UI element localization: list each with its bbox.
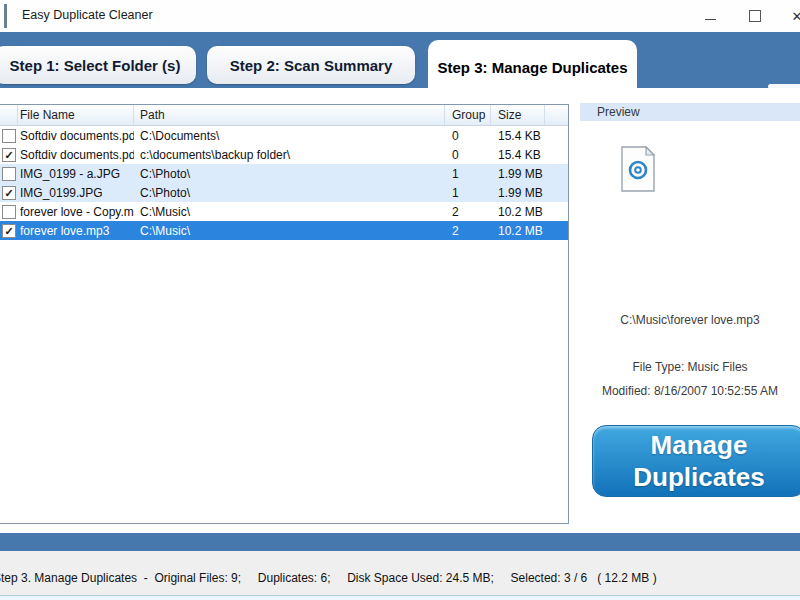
size-cell: 15.4 KB	[491, 129, 545, 143]
path-cell: C:\Music\	[134, 224, 445, 238]
size-cell: 10.2 MB	[491, 224, 545, 238]
file-name-cell: forever love.mp3	[18, 224, 134, 238]
table-row[interactable]: Softdiv documents.pdf C:\Documents\ 0 15…	[0, 126, 568, 145]
app-window: Easy Duplicate Cleaner ✕ Step 1: Select …	[0, 0, 800, 600]
table-row[interactable]: ✓ IMG_0199.JPG C:\Photo\ 1 1.99 MB	[0, 183, 568, 202]
group-cell: 2	[445, 205, 491, 219]
table-row[interactable]: IMG_0199 - a.JPG C:\Photo\ 1 1.99 MB	[0, 164, 568, 183]
window-bottom-border	[0, 595, 800, 600]
tab-step3-manage-duplicates[interactable]: Step 3: Manage Duplicates	[428, 40, 637, 95]
path-cell: C:\Photo\	[134, 186, 445, 200]
duplicates-table: File Name Path Group Size Softdiv docume…	[0, 104, 569, 524]
group-cell: 1	[445, 167, 491, 181]
path-cell: C:\Music\	[134, 205, 445, 219]
row-checkbox[interactable]: ✓	[2, 224, 16, 238]
size-cell: 1.99 MB	[491, 186, 545, 200]
column-header-filler	[545, 105, 568, 125]
path-cell: C:\Photo\	[134, 167, 445, 181]
path-cell: C:\Documents\	[134, 129, 445, 143]
column-header-path[interactable]: Path	[134, 105, 445, 125]
file-name-cell: IMG_0199.JPG	[18, 186, 134, 200]
table-row[interactable]: ✓ Softdiv documents.pdf c:\documents\bac…	[0, 145, 568, 164]
preview-panel-header: Preview	[580, 103, 800, 121]
group-cell: 1	[445, 186, 491, 200]
separator-bar	[0, 533, 800, 551]
column-header-checkbox[interactable]	[0, 105, 18, 125]
status-bar: Step 3. Manage Duplicates - Original Fil…	[0, 551, 800, 595]
tab-step1-select-folders[interactable]: Step 1: Select Folder (s)	[0, 46, 196, 84]
file-name-cell: Softdiv documents.pdf	[18, 148, 134, 162]
file-name-cell: IMG_0199 - a.JPG	[18, 167, 134, 181]
tab-step2-scan-summary[interactable]: Step 2: Scan Summary	[207, 46, 415, 84]
maximize-button[interactable]	[732, 0, 778, 32]
maximize-icon	[749, 10, 761, 22]
minimize-icon	[705, 19, 716, 20]
file-name-cell: forever love - Copy.m...	[18, 205, 134, 219]
row-checkbox[interactable]: ✓	[2, 186, 16, 200]
file-name-cell: Softdiv documents.pdf	[18, 129, 134, 143]
table-row[interactable]: forever love - Copy.m... C:\Music\ 2 10.…	[0, 202, 568, 221]
group-cell: 0	[445, 148, 491, 162]
table-row[interactable]: ✓ forever love.mp3 C:\Music\ 2 10.2 MB	[0, 221, 568, 240]
column-header-size[interactable]: Size	[491, 105, 545, 125]
column-header-file-name[interactable]: File Name	[18, 105, 134, 125]
window-title: Easy Duplicate Cleaner	[22, 8, 153, 22]
manage-duplicates-button[interactable]: Manage Duplicates	[592, 425, 800, 497]
row-checkbox[interactable]	[2, 129, 16, 143]
minimize-button[interactable]	[687, 0, 733, 32]
path-cell: c:\documents\backup folder\	[134, 148, 445, 162]
music-file-icon	[620, 146, 656, 196]
row-checkbox[interactable]	[2, 205, 16, 219]
row-checkbox[interactable]	[2, 167, 16, 181]
column-header-group[interactable]: Group	[445, 105, 491, 125]
size-cell: 15.4 KB	[491, 148, 545, 162]
row-checkbox[interactable]: ✓	[2, 148, 16, 162]
app-icon	[4, 4, 7, 28]
size-cell: 1.99 MB	[491, 167, 545, 181]
preview-modified-date: Modified: 8/16/2007 10:52:55 AM	[580, 384, 800, 398]
group-cell: 0	[445, 129, 491, 143]
preview-file-type: File Type: Music Files	[580, 360, 800, 374]
table-body: Softdiv documents.pdf C:\Documents\ 0 15…	[0, 126, 568, 240]
size-cell: 10.2 MB	[491, 205, 545, 219]
table-header: File Name Path Group Size	[0, 105, 568, 126]
title-bar: Easy Duplicate Cleaner ✕	[0, 0, 800, 32]
group-cell: 2	[445, 224, 491, 238]
preview-file-path: C:\Music\forever love.mp3	[580, 313, 800, 327]
status-text: Step 3. Manage Duplicates - Original Fil…	[0, 571, 657, 585]
close-button[interactable]: ✕	[774, 0, 800, 32]
